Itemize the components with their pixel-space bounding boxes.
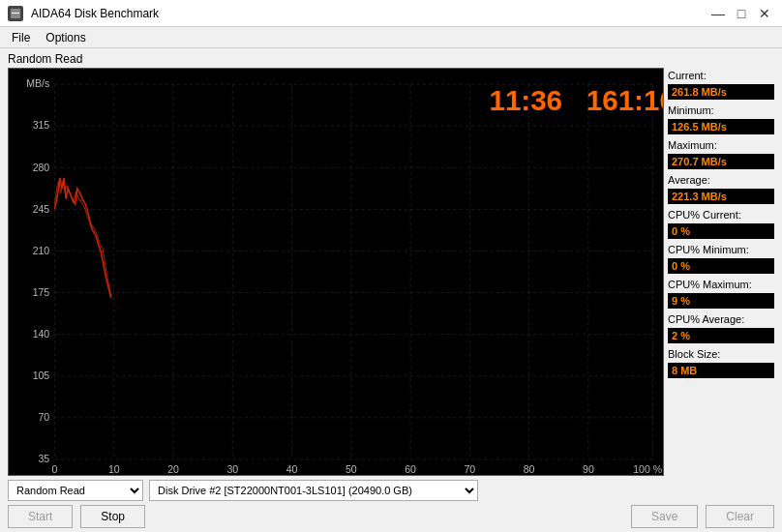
start-button[interactable]: Start xyxy=(8,505,73,528)
svg-text:70: 70 xyxy=(39,411,50,423)
svg-text:161:16: 161:16 xyxy=(586,84,663,116)
svg-text:40: 40 xyxy=(286,463,298,475)
svg-text:105: 105 xyxy=(33,369,50,381)
svg-text:245: 245 xyxy=(33,203,50,215)
app-icon xyxy=(8,6,23,21)
selector-row: Random Read Sequential Read Sequential W… xyxy=(8,480,774,501)
svg-text:280: 280 xyxy=(33,161,50,172)
average-value: 221.3 MB/s xyxy=(668,189,774,204)
close-button[interactable]: ✕ xyxy=(755,4,774,23)
average-label: Average: xyxy=(668,174,774,186)
title-controls: — □ ✕ xyxy=(708,4,774,23)
menu-bar: File Options xyxy=(0,27,782,48)
cpu-average-label: CPU% Average: xyxy=(668,313,774,325)
chart-container: MB/s 315 280 245 210 175 140 105 70 35 0… xyxy=(8,68,664,476)
svg-text:11:36: 11:36 xyxy=(489,84,562,116)
title-bar-left: AIDA64 Disk Benchmark xyxy=(8,6,159,21)
button-row: Start Stop Save Clear xyxy=(8,505,774,528)
svg-text:50: 50 xyxy=(346,463,357,475)
cpu-current-value: 0 % xyxy=(668,223,774,239)
disk-dropdown[interactable]: Disk Drive #2 [ST22000NT001-3LS101] (204… xyxy=(149,480,478,501)
minimum-label: Minimum: xyxy=(668,104,774,116)
svg-rect-1 xyxy=(12,13,19,14)
svg-text:30: 30 xyxy=(226,463,238,475)
svg-text:60: 60 xyxy=(405,463,416,475)
bottom-section: Random Read Sequential Read Sequential W… xyxy=(8,476,774,528)
cpu-minimum-value: 0 % xyxy=(668,258,774,274)
svg-text:175: 175 xyxy=(33,286,50,298)
clear-button[interactable]: Clear xyxy=(706,505,774,528)
menu-options[interactable]: Options xyxy=(38,29,93,46)
maximum-label: Maximum: xyxy=(668,139,774,151)
cpu-average-value: 2 % xyxy=(668,328,774,343)
cpu-current-label: CPU% Current: xyxy=(668,209,774,221)
benchmark-dropdown[interactable]: Random Read Sequential Read Sequential W… xyxy=(8,480,143,501)
svg-text:20: 20 xyxy=(167,463,179,475)
svg-text:35: 35 xyxy=(39,453,50,464)
svg-text:70: 70 xyxy=(464,463,475,475)
chart-title: Random Read xyxy=(8,52,774,66)
cpu-maximum-label: CPU% Maximum: xyxy=(668,279,774,290)
svg-text:0: 0 xyxy=(52,463,58,475)
maximum-value: 270.7 MB/s xyxy=(668,154,774,169)
window-title: AIDA64 Disk Benchmark xyxy=(31,7,159,20)
minimize-button[interactable]: — xyxy=(708,4,728,23)
block-size-value: 8 MB xyxy=(668,363,774,378)
svg-text:140: 140 xyxy=(33,328,50,340)
current-value: 261.8 MB/s xyxy=(668,84,774,100)
chart-area: MB/s 315 280 245 210 175 140 105 70 35 0… xyxy=(8,68,774,476)
stop-button[interactable]: Stop xyxy=(80,505,145,528)
maximize-button[interactable]: □ xyxy=(732,4,751,23)
svg-text:10: 10 xyxy=(108,463,120,475)
cpu-minimum-label: CPU% Minimum: xyxy=(668,244,774,255)
cpu-maximum-value: 9 % xyxy=(668,293,774,309)
save-button[interactable]: Save xyxy=(631,505,698,528)
svg-text:210: 210 xyxy=(33,245,50,256)
main-content: Random Read xyxy=(0,48,782,532)
current-label: Current: xyxy=(668,70,774,81)
menu-file[interactable]: File xyxy=(4,29,38,46)
svg-text:MB/s: MB/s xyxy=(26,77,49,89)
svg-text:100 %: 100 % xyxy=(633,463,662,475)
svg-text:90: 90 xyxy=(583,463,594,475)
right-panel: Current: 261.8 MB/s Minimum: 126.5 MB/s … xyxy=(668,68,774,476)
svg-text:315: 315 xyxy=(33,119,50,131)
title-bar: AIDA64 Disk Benchmark — □ ✕ xyxy=(0,0,782,27)
minimum-value: 126.5 MB/s xyxy=(668,119,774,134)
chart-svg: MB/s 315 280 245 210 175 140 105 70 35 0… xyxy=(9,69,663,475)
block-size-label: Block Size: xyxy=(668,348,774,360)
svg-text:80: 80 xyxy=(524,463,535,475)
